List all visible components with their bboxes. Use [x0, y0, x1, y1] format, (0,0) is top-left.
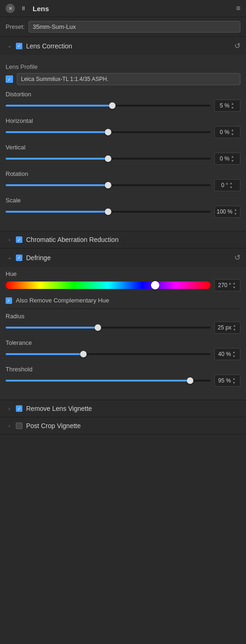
spinner-down[interactable]: ▼	[230, 106, 235, 110]
check-icon: ✓	[17, 43, 21, 48]
spinner-up[interactable]: ▲	[232, 350, 237, 354]
defringe-section: ⌄ ✓ Defringe ↺ Hue 270 ° ▲ ▼	[0, 248, 246, 400]
defringe-checkbox[interactable]: ✓	[16, 255, 22, 261]
lens-correction-header[interactable]: ⌄ ✓ Lens Correction ↺	[0, 37, 246, 55]
remove-lens-vignette-checkbox[interactable]: ✓	[16, 405, 22, 412]
horizontal-track[interactable]	[6, 131, 211, 133]
spinner-down[interactable]: ▼	[232, 381, 237, 385]
threshold-track[interactable]	[6, 380, 211, 382]
post-crop-vignette-checkbox[interactable]	[16, 423, 22, 429]
hue-label: Hue	[6, 270, 240, 277]
close-icon: ✕	[8, 6, 13, 12]
scale-thumb[interactable]	[105, 208, 111, 215]
threshold-spinners[interactable]: ▲ ▼	[232, 376, 237, 385]
chevron-right-icon: ›	[6, 405, 13, 412]
chromatic-aberration-title: Chromatic Aberration Reduction	[26, 236, 240, 243]
spinner-down[interactable]: ▼	[233, 212, 238, 216]
hue-track[interactable]	[6, 282, 211, 289]
post-crop-vignette-header[interactable]: › Post Crop Vignette	[0, 417, 246, 434]
lens-correction-title: Lens Correction	[26, 42, 234, 50]
pause-button[interactable]: ⏸	[19, 4, 28, 13]
menu-icon[interactable]: ≡	[236, 4, 240, 13]
vertical-spinners[interactable]: ▲ ▼	[230, 154, 235, 163]
close-button[interactable]: ✕	[6, 4, 15, 13]
check-icon: ✓	[7, 77, 11, 82]
threshold-label: Threshold	[6, 366, 240, 373]
radius-track[interactable]	[6, 327, 211, 329]
also-remove-row: ✓ Also Remove Complementary Hue	[6, 297, 240, 304]
vertical-track[interactable]	[6, 158, 211, 160]
chromatic-aberration-header[interactable]: › ✓ Chromatic Aberration Reduction	[0, 231, 246, 248]
rotation-spinners[interactable]: ▲ ▼	[228, 181, 233, 189]
spinner-up[interactable]: ▲	[232, 281, 237, 285]
header: ✕ ⏸ Lens ≡	[0, 0, 246, 17]
vertical-value: 0 % ▲ ▼	[214, 153, 240, 165]
preset-select[interactable]: 35mm-Sum-Lux	[28, 21, 240, 33]
radius-thumb[interactable]	[95, 324, 101, 331]
horizontal-spinners[interactable]: ▲ ▼	[230, 128, 235, 136]
spinner-up[interactable]: ▲	[232, 376, 237, 381]
distortion-spinners[interactable]: ▲ ▼	[230, 101, 235, 110]
distortion-row: Distortion 5 % ▲ ▼	[6, 91, 240, 112]
horizontal-fill	[6, 131, 108, 133]
lens-profile-row: ✓ Leica Summilux-TL 1:1.4/35 ASPH.	[6, 73, 240, 85]
spinner-down[interactable]: ▼	[232, 354, 237, 358]
rotation-track[interactable]	[6, 184, 211, 186]
spinner-down[interactable]: ▼	[232, 328, 237, 332]
defringe-header[interactable]: ⌄ ✓ Defringe ↺	[0, 248, 246, 267]
also-remove-checkbox[interactable]: ✓	[6, 297, 12, 304]
spinner-up[interactable]: ▲	[232, 323, 237, 328]
lens-correction-content: Lens Profile ✓ Leica Summilux-TL 1:1.4/3…	[0, 55, 246, 231]
lens-correction-checkbox[interactable]: ✓	[16, 43, 22, 49]
vertical-thumb[interactable]	[105, 155, 111, 162]
distortion-label: Distortion	[6, 91, 240, 98]
radius-spinners[interactable]: ▲ ▼	[232, 323, 237, 332]
post-crop-vignette-title: Post Crop Vignette	[26, 422, 240, 429]
spinner-down[interactable]: ▼	[230, 132, 235, 136]
tolerance-fill	[6, 353, 83, 355]
preset-bar: Preset: 35mm-Sum-Lux	[0, 17, 246, 37]
tolerance-thumb[interactable]	[80, 351, 87, 357]
hue-control: 270 ° ▲ ▼	[6, 279, 240, 291]
spinner-down[interactable]: ▼	[230, 159, 235, 163]
rotation-thumb[interactable]	[105, 182, 111, 188]
scale-track[interactable]	[6, 211, 211, 213]
scale-value: 100 % ▲ ▼	[214, 206, 240, 218]
spinner-up[interactable]: ▲	[228, 181, 233, 185]
post-crop-vignette-section: › Post Crop Vignette	[0, 417, 246, 435]
distortion-track[interactable]	[6, 105, 211, 107]
hue-row: Hue 270 ° ▲ ▼	[6, 270, 240, 291]
check-icon: ✓	[7, 298, 11, 303]
tolerance-control: 40 % ▲ ▼	[6, 348, 240, 360]
radius-control: 25 px ▲ ▼	[6, 322, 240, 334]
profile-label: Lens Profile	[6, 63, 240, 70]
hue-thumb[interactable]	[151, 281, 159, 289]
spinner-down[interactable]: ▼	[228, 185, 233, 189]
hue-spinners[interactable]: ▲ ▼	[232, 281, 237, 289]
chromatic-aberration-checkbox[interactable]: ✓	[16, 236, 22, 243]
threshold-value: 95 % ▲ ▼	[214, 375, 240, 387]
spinner-down[interactable]: ▼	[232, 285, 237, 289]
remove-lens-vignette-header[interactable]: › ✓ Remove Lens Vignette	[0, 400, 246, 417]
threshold-fill	[6, 380, 190, 382]
lens-profile-checkbox[interactable]: ✓	[6, 75, 13, 83]
radius-label: Radius	[6, 313, 240, 320]
spinner-up[interactable]: ▲	[230, 128, 235, 132]
defringe-reset-icon[interactable]: ↺	[234, 253, 240, 262]
threshold-thumb[interactable]	[187, 377, 193, 384]
tolerance-spinners[interactable]: ▲ ▼	[232, 350, 237, 358]
tolerance-track[interactable]	[6, 353, 211, 355]
threshold-control: 95 % ▲ ▼	[6, 375, 240, 387]
reset-icon[interactable]: ↺	[234, 41, 240, 50]
distortion-thumb[interactable]	[109, 102, 116, 109]
horizontal-control: 0 % ▲ ▼	[6, 126, 240, 138]
spinner-up[interactable]: ▲	[230, 101, 235, 106]
scale-spinners[interactable]: ▲ ▼	[233, 208, 238, 216]
spinner-up[interactable]: ▲	[230, 154, 235, 159]
hue-value: 270 ° ▲ ▼	[214, 279, 240, 291]
lens-profile-dropdown[interactable]: Leica Summilux-TL 1:1.4/35 ASPH.	[17, 73, 240, 85]
vertical-fill	[6, 158, 108, 160]
horizontal-thumb[interactable]	[105, 129, 111, 135]
spinner-up[interactable]: ▲	[233, 208, 238, 212]
rotation-fill	[6, 184, 108, 186]
